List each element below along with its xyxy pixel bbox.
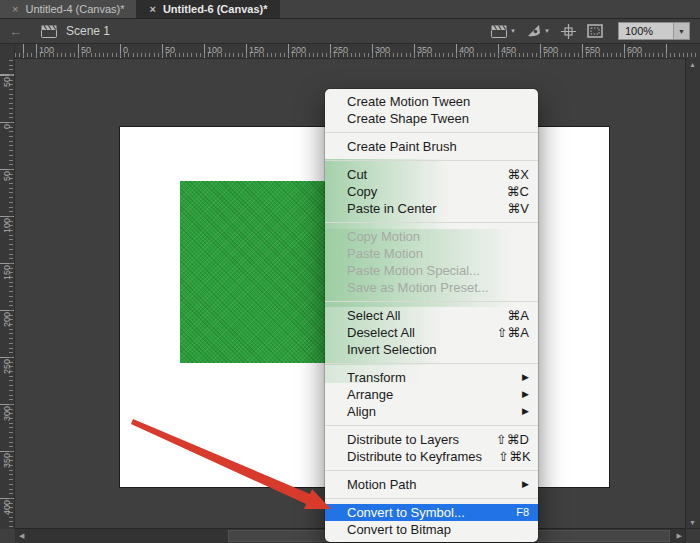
menu-item-transform[interactable]: Transform▶ (325, 369, 538, 386)
menu-item-label: Paste in Center (347, 200, 491, 217)
ruler-tick-label: 550 (585, 45, 600, 55)
menu-item-copy[interactable]: Copy⌘C (325, 183, 538, 200)
ruler-tick-label: 350 (1, 453, 13, 468)
menu-separator (325, 160, 538, 161)
menu-item-invert-selection[interactable]: Invert Selection (325, 341, 538, 358)
edit-scene-button[interactable]: ▼ (491, 25, 516, 38)
menu-item-shortcut: ⌘C (507, 183, 529, 200)
menu-item-shortcut: ⇧⌘D (496, 431, 529, 448)
chevron-down-icon: ▼ (510, 28, 516, 34)
document-tab-untitled-6-canvas[interactable]: ×Untitled-6 (Canvas)* (137, 0, 280, 18)
ruler-tick-label: 500 (543, 45, 558, 55)
chevron-down-icon: ▼ (544, 28, 550, 34)
menu-item-label: Deselect All (347, 324, 480, 341)
menu-item-motion-path[interactable]: Motion Path▶ (325, 476, 538, 493)
submenu-arrow-icon: ▶ (522, 403, 529, 420)
menu-item-label: Copy Motion (347, 228, 529, 245)
ruler-tick-label: 0 (1, 124, 13, 129)
menu-item-align[interactable]: Align▶ (325, 403, 538, 420)
menu-item-shortcut: ⌘X (507, 166, 529, 183)
scroll-up-icon[interactable]: ▲ (686, 61, 699, 68)
scene-clapperboard-icon (41, 25, 58, 38)
menu-item-label: Distribute to Layers (347, 431, 480, 448)
context-menu: Create Motion TweenCreate Shape TweenCre… (325, 89, 538, 542)
menu-item-cut[interactable]: Cut⌘X (325, 166, 538, 183)
zoom-dropdown-button[interactable]: ▼ (673, 23, 689, 39)
scroll-right-icon[interactable]: ▶ (677, 529, 682, 542)
ruler-tick-label: 0 (123, 45, 128, 55)
ruler-tick-label: 200 (1, 312, 13, 327)
menu-item-paste-in-center[interactable]: Paste in Center⌘V (325, 200, 538, 217)
menu-separator (325, 301, 538, 302)
clip-content-button[interactable] (587, 24, 603, 38)
document-tab-bar: ×Untitled-4 (Canvas)*×Untitled-6 (Canvas… (0, 0, 700, 19)
menu-item-label: Invert Selection (347, 341, 529, 358)
ruler-tick-label: 150 (1, 265, 13, 280)
breadcrumb-scene-label[interactable]: Scene 1 (66, 24, 110, 38)
menu-item-create-shape-tween[interactable]: Create Shape Tween (325, 110, 538, 127)
animate-window: ×Untitled-4 (Canvas)*×Untitled-6 (Canvas… (0, 0, 700, 543)
scroll-left-icon[interactable]: ◀ (19, 529, 24, 542)
close-icon[interactable]: × (149, 4, 155, 15)
zoom-value: 100% (619, 23, 673, 39)
menu-item-paste-motion-special: Paste Motion Special... (325, 262, 538, 279)
menu-item-label: Create Shape Tween (347, 110, 529, 127)
ruler-tick-label: 400 (1, 500, 13, 515)
menu-item-label: Convert to Symbol... (347, 504, 500, 521)
scroll-down-icon[interactable]: ▼ (686, 519, 699, 526)
document-tab-untitled-4-canvas[interactable]: ×Untitled-4 (Canvas)* (0, 0, 137, 18)
menu-item-shortcut: ⇧⌘A (496, 324, 529, 341)
menu-item-deselect-all[interactable]: Deselect All⇧⌘A (325, 324, 538, 341)
menu-item-label: Distribute to Keyframes (347, 448, 482, 465)
ruler-corner (0, 44, 15, 59)
ruler-tick-label: 250 (1, 359, 13, 374)
chevron-down-icon: ▼ (678, 28, 685, 35)
vertical-scrollbar[interactable]: ▲ ▼ (685, 58, 700, 529)
ruler-tick-label: 50 (1, 171, 13, 181)
menu-item-label: Convert to Bitmap (347, 521, 529, 538)
menu-item-arrange[interactable]: Arrange▶ (325, 386, 538, 403)
menu-item-shortcut: ⌘V (507, 200, 529, 217)
ruler-tick-label: 450 (501, 45, 516, 55)
menu-item-convert-to-symbol[interactable]: Convert to Symbol...F8 (325, 504, 538, 521)
submenu-arrow-icon: ▶ (522, 369, 529, 386)
menu-item-copy-motion: Copy Motion (325, 228, 538, 245)
menu-separator (325, 470, 538, 471)
center-stage-button[interactable] (561, 24, 576, 39)
menu-item-label: Save as Motion Preset... (347, 279, 529, 296)
menu-item-label: Arrange (347, 386, 506, 403)
selected-green-rectangle[interactable] (180, 181, 330, 363)
submenu-arrow-icon: ▶ (522, 476, 529, 493)
menu-item-select-all[interactable]: Select All⌘A (325, 307, 538, 324)
menu-item-shortcut: F8 (516, 504, 529, 521)
close-icon[interactable]: × (12, 4, 18, 15)
zoom-select[interactable]: 100% ▼ (618, 22, 690, 40)
menu-item-convert-to-bitmap[interactable]: Convert to Bitmap (325, 521, 538, 538)
ruler-tick-label: 350 (417, 45, 432, 55)
menu-separator (325, 132, 538, 133)
menu-item-create-paint-brush[interactable]: Create Paint Brush (325, 138, 538, 155)
edit-symbols-button[interactable]: ▼ (527, 24, 550, 38)
menu-item-label: Cut (347, 166, 491, 183)
menu-item-label: Select All (347, 307, 491, 324)
ruler-tick-label: 150 (249, 45, 264, 55)
menu-item-distribute-to-keyframes[interactable]: Distribute to Keyframes⇧⌘K (325, 448, 538, 465)
menu-item-label: Create Paint Brush (347, 138, 529, 155)
menu-item-label: Align (347, 403, 506, 420)
horizontal-ruler: 1005005010015020025030035040045050055060… (15, 44, 700, 59)
crosshair-icon (561, 24, 576, 39)
edit-bar-tools: ▼ ▼ 100% (491, 22, 690, 40)
ruler-tick-label: 50 (81, 45, 91, 55)
ruler-tick-label: 50 (165, 45, 175, 55)
menu-item-label: Paste Motion Special... (347, 262, 529, 279)
menu-item-label: Transform (347, 369, 506, 386)
ruler-tick-label: 100 (207, 45, 222, 55)
menu-item-create-motion-tween[interactable]: Create Motion Tween (325, 93, 538, 110)
ruler-tick-label: 50 (1, 77, 13, 87)
menu-separator (325, 363, 538, 364)
menu-separator (325, 222, 538, 223)
menu-item-distribute-to-layers[interactable]: Distribute to Layers⇧⌘D (325, 431, 538, 448)
ruler-tick-label: 100 (1, 218, 13, 233)
ruler-tick-label: 400 (459, 45, 474, 55)
back-arrow-icon[interactable]: ← (9, 25, 22, 38)
